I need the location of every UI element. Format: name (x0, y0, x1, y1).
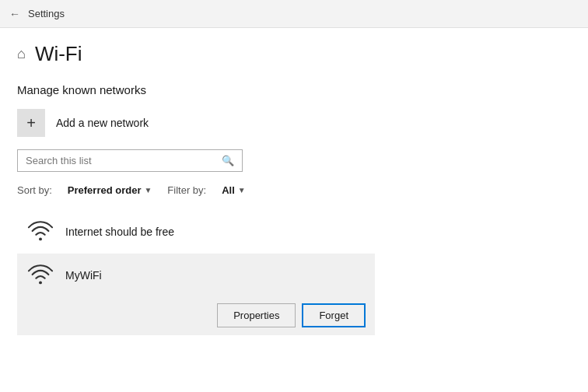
sort-label: Sort by: (17, 184, 52, 196)
filter-dropdown[interactable]: All ▼ (222, 184, 246, 196)
network-list: Internet should be free MyWiFi Propertie… (17, 210, 375, 335)
search-icon: 🔍 (222, 155, 234, 166)
add-network-label: Add a new network (56, 117, 149, 129)
network-item-1[interactable]: Internet should be free (17, 210, 375, 254)
title-bar-text: Settings (28, 8, 65, 19)
add-network-row: + Add a new network (17, 109, 571, 137)
back-button[interactable]: ← (9, 8, 20, 20)
home-icon[interactable]: ⌂ (17, 46, 26, 62)
main-content: ⌂ Wi-Fi Manage known networks + Add a ne… (0, 28, 588, 349)
wifi-icon-2 (26, 261, 54, 289)
properties-button[interactable]: Properties (217, 303, 296, 327)
forget-button[interactable]: Forget (302, 303, 366, 327)
search-input[interactable] (26, 155, 222, 166)
svg-point-1 (39, 282, 42, 285)
search-box: 🔍 (17, 149, 243, 172)
section-title: Manage known networks (17, 83, 571, 96)
page-title: Wi-Fi (35, 42, 82, 66)
filter-label: Filter by: (167, 184, 206, 196)
svg-point-0 (39, 238, 42, 241)
wifi-icon-1 (26, 218, 54, 246)
add-network-button[interactable]: + (17, 109, 45, 137)
sort-value-text: Preferred order (68, 184, 142, 196)
sort-chevron-icon: ▼ (144, 186, 152, 194)
filter-chevron-icon: ▼ (238, 186, 246, 194)
filter-value-text: All (222, 184, 235, 196)
network-actions: Properties Forget (17, 297, 375, 335)
title-bar: ← Settings (0, 0, 588, 28)
page-header: ⌂ Wi-Fi (17, 42, 571, 66)
sort-dropdown[interactable]: Preferred order ▼ (68, 184, 152, 196)
network-name-2: MyWiFi (65, 269, 102, 282)
network-name-1: Internet should be free (65, 226, 174, 238)
network-item-2[interactable]: MyWiFi (17, 254, 375, 297)
sort-filter-row: Sort by: Preferred order ▼ Filter by: Al… (17, 184, 571, 196)
